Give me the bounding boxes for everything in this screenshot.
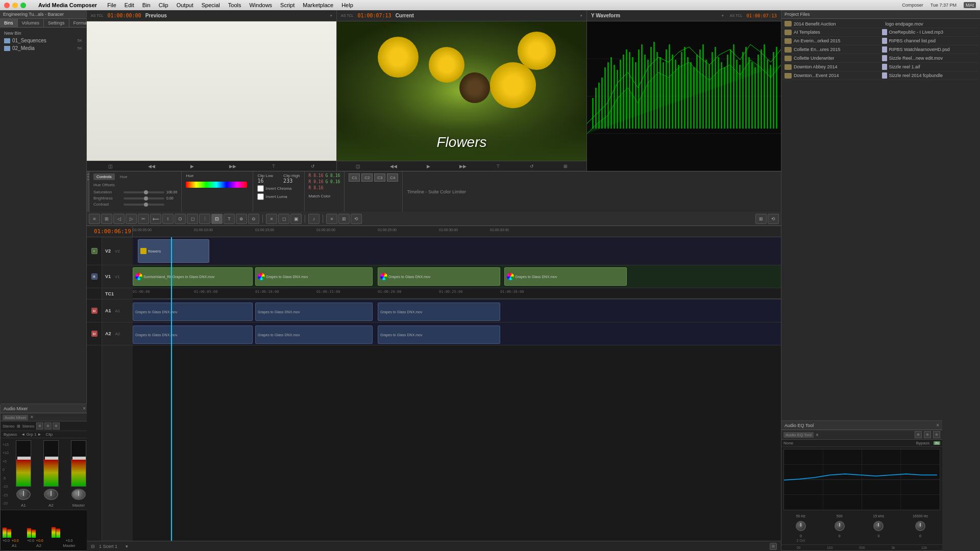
loop-btn[interactable]: ↺ [528, 163, 535, 169]
title-btn[interactable]: T [224, 214, 235, 224]
video-clip[interactable]: Grapes to Glass DNX.mov [504, 267, 627, 286]
extract-btn[interactable]: ▷ [126, 214, 137, 224]
fader-knob[interactable] [17, 457, 31, 460]
bin-tab-volumes[interactable]: Volumes [18, 19, 44, 27]
play-btn[interactable]: ▶ [425, 163, 432, 169]
tool-btn[interactable]: ▣ [290, 214, 302, 224]
audio-clip[interactable]: Grapes to Glass DNX.mov [378, 325, 500, 344]
menu-file[interactable]: File [107, 2, 116, 8]
eq-control-btn[interactable]: ⊕ [924, 431, 931, 438]
tool-btn[interactable]: ⊞ [338, 214, 350, 224]
eq-gain-knob[interactable] [835, 521, 845, 531]
loop-btn[interactable]: ↺ [309, 163, 316, 169]
a2-mute-icon[interactable]: M [91, 331, 97, 337]
pan-knob-master[interactable] [71, 489, 86, 500]
prev-dropdown[interactable]: ▾ [330, 14, 332, 18]
lift-btn[interactable]: ◁ [113, 214, 125, 224]
mixer-btn[interactable]: ⊕ [36, 422, 43, 430]
a1-mute-icon[interactable]: M [91, 308, 97, 314]
audio-mixer-tab-close[interactable]: × [30, 414, 33, 420]
menu-output[interactable]: Output [177, 2, 193, 8]
menu-tools[interactable]: Tools [228, 2, 241, 8]
audio-clip[interactable]: Grapes to Glass DNX.mov [133, 303, 253, 321]
fader-meter-a1[interactable] [16, 440, 31, 487]
pan-knob-a2[interactable] [44, 489, 58, 500]
menu-marketplace[interactable]: Marketplace [303, 2, 333, 8]
tool-btn[interactable]: ≡ [89, 214, 100, 224]
saturation-thumb[interactable] [144, 190, 148, 194]
bin-tab-bins[interactable]: Bins [0, 19, 18, 27]
del-btn[interactable]: ⊖ [248, 214, 259, 224]
table-row[interactable]: Downton Abbey 2014 Sizzle reel 1.aif [782, 63, 979, 71]
menu-special[interactable]: Special [202, 2, 220, 8]
maximize-button[interactable] [20, 3, 26, 8]
audio-clip[interactable]: Grapes to Glass DNX.mov [133, 325, 253, 344]
table-row[interactable]: 2014 Benefit Auction logo endpage.mov [782, 20, 979, 28]
contrast-thumb[interactable] [144, 203, 148, 207]
eq-gain-knob[interactable] [873, 521, 884, 531]
contrast-slider[interactable] [124, 204, 164, 206]
minimize-button[interactable] [12, 3, 18, 8]
mixer-btn[interactable]: ⊕ [53, 422, 60, 430]
mark-in-btn[interactable]: ◫ [107, 163, 114, 169]
menu-script[interactable]: Script [280, 2, 295, 8]
ffwd-btn[interactable]: ▶▶ [458, 163, 468, 169]
menu-bin[interactable]: Bin [142, 2, 151, 8]
fader-knob[interactable] [72, 457, 86, 460]
subclip-btn[interactable]: ◻ [187, 214, 198, 224]
invert-luma-checkbox[interactable] [257, 193, 264, 200]
c4-button[interactable]: C4 [387, 173, 398, 182]
audio-btn[interactable]: ♪ [308, 214, 320, 224]
controls-tab[interactable]: Controls [93, 173, 115, 180]
audio-mixer-close[interactable]: × [83, 406, 86, 411]
fader-knob[interactable] [45, 457, 58, 460]
menu-clip[interactable]: Clip [159, 2, 168, 8]
mark-in-btn[interactable]: ◫ [354, 163, 362, 169]
v2-sync-icon[interactable]: ▸ [91, 248, 97, 254]
select-btn[interactable]: ⊡ [211, 214, 223, 224]
c1-button[interactable]: C1 [349, 173, 360, 182]
mark-out-btn[interactable]: ⊤ [270, 163, 277, 169]
status-btn[interactable]: ⊞ [770, 543, 777, 550]
close-button[interactable] [4, 3, 10, 8]
hue-tab[interactable]: Hue [117, 173, 131, 180]
audio-eq-close[interactable]: × [936, 422, 939, 428]
table-row[interactable]: Downton...Event 2014 Sizzle reel 2014 fc… [782, 71, 979, 80]
brightness-slider[interactable] [124, 197, 164, 199]
audio-eq-tab-close[interactable]: × [816, 432, 819, 438]
tool-btn[interactable]: ⟲ [351, 214, 362, 224]
eq-control-btn[interactable]: ⊕ [933, 431, 940, 438]
mark-out-btn[interactable]: ⊤ [495, 163, 502, 169]
eq-gain-knob[interactable] [796, 521, 806, 531]
fader-meter-a2[interactable] [43, 440, 59, 487]
audio-clip[interactable]: Grapes to Glass DNX.mov [378, 303, 500, 321]
safe-area-btn[interactable]: ⊞ [562, 163, 569, 169]
audio-eq-tab[interactable]: Audio EQ Tool [783, 432, 814, 438]
table-row[interactable]: An Everin...orked 2015 RIPBS channel lis… [782, 37, 979, 45]
brightness-thumb[interactable] [144, 196, 148, 201]
c2-button[interactable]: C2 [361, 173, 373, 182]
audio-clip[interactable]: Grapes to Glass DNX.mov [255, 325, 373, 344]
invert-chroma-checkbox[interactable] [257, 185, 264, 192]
bin-new-bin[interactable]: New Bin [2, 30, 84, 37]
list-item[interactable]: 02_Media 5K [2, 44, 84, 52]
eq-control-btn[interactable]: ⊕ [915, 431, 922, 438]
add-edit-btn[interactable]: ⊕ [236, 214, 247, 224]
audio-mixer-tab[interactable]: Audio Mixer [3, 415, 28, 420]
title-clip[interactable]: flowers [138, 239, 209, 263]
pan-knob-a1[interactable] [16, 489, 31, 500]
match-color-btn[interactable]: Match Color [309, 194, 340, 198]
table-row[interactable]: Collette En...ures 2015 RIPBS Watchlearn… [782, 45, 979, 54]
audio-clip[interactable]: Grapes to Glass DNX.mov [255, 303, 373, 321]
video-clip[interactable]: Grapes to Glass DNX.mov [255, 267, 373, 286]
video-clip[interactable]: Grapes to Glass DNX.mov [378, 267, 500, 286]
menu-edit[interactable]: Edit [125, 2, 134, 8]
tool-btn[interactable]: ≡ [326, 214, 337, 224]
effect-btn[interactable]: O [175, 214, 186, 224]
rewind-btn[interactable]: ◀◀ [146, 163, 157, 169]
list-item[interactable]: 01_Sequences 5K [2, 37, 84, 44]
cut-btn[interactable]: ✂ [138, 214, 149, 224]
ffwd-btn[interactable]: ▶▶ [228, 163, 238, 169]
v1-monitor-icon[interactable]: ▣ [91, 273, 97, 280]
mark-btn[interactable]: ⋮ [199, 214, 210, 224]
